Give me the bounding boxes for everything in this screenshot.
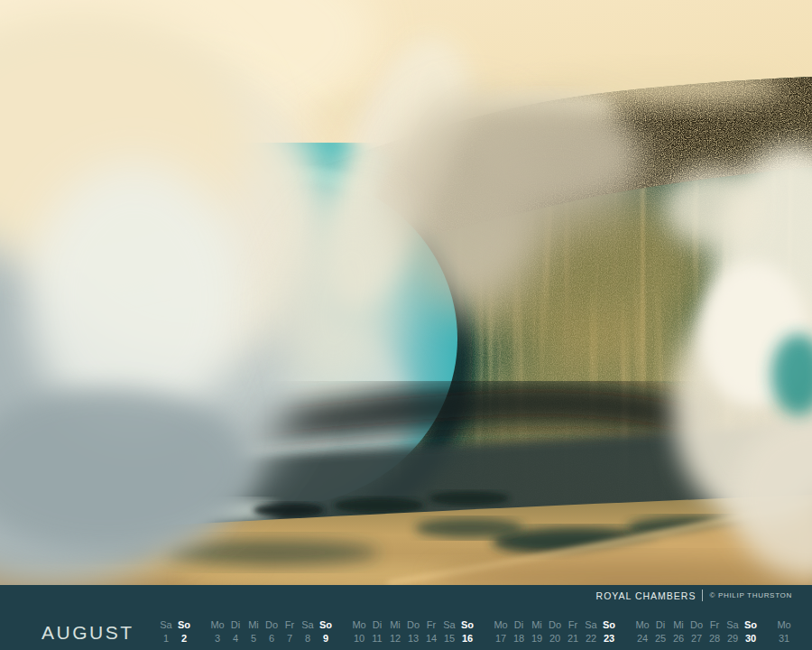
calendar-day: Mo17 (493, 620, 510, 644)
calendar-day: Do13 (405, 620, 422, 644)
weekday-label: So (461, 620, 474, 630)
calendar-day: Fr21 (565, 620, 582, 644)
calendar-day: Di25 (652, 620, 669, 644)
calendar-day: Mo10 (351, 620, 368, 644)
calendar-day: Mo31 (776, 620, 793, 644)
calendar-day: Do27 (688, 620, 706, 644)
calendar-page: ROYAL CHAMBERS © PHILIP THURSTON AUGUST … (0, 0, 812, 650)
calendar-day: Fr28 (706, 620, 724, 644)
date-number: 14 (426, 634, 437, 644)
date-number: 21 (567, 634, 578, 644)
date-number: 7 (287, 634, 292, 644)
weekday-label: Mo (210, 620, 224, 630)
calendar-day: Sa1 (158, 620, 175, 644)
weekday-label: Fr (427, 620, 436, 630)
calendar-day: Mi19 (529, 620, 546, 644)
weekday-label: Do (690, 620, 703, 630)
date-number: 16 (462, 634, 473, 644)
weekday-label: Mi (531, 620, 542, 630)
footer-bar: ROYAL CHAMBERS © PHILIP THURSTON AUGUST … (0, 585, 812, 650)
weekday-label: So (178, 620, 190, 630)
weekday-label: Mi (673, 620, 684, 630)
date-number: 18 (513, 634, 524, 644)
date-number: 26 (673, 634, 684, 644)
weekday-label: Sa (585, 620, 596, 630)
calendar-day: Mi12 (387, 620, 404, 644)
date-number: 12 (390, 634, 401, 644)
weekday-label: So (319, 620, 332, 630)
calendar-day: Sa8 (300, 620, 317, 644)
date-number: 10 (354, 634, 364, 644)
weekday-label: Mi (390, 620, 401, 630)
calendar-day: Sa15 (441, 620, 458, 644)
date-number: 30 (745, 634, 756, 644)
weekday-label: Mo (352, 620, 365, 630)
photo-title: ROYAL CHAMBERS (596, 590, 697, 601)
date-number: 2 (181, 634, 187, 644)
calendar-day: Di4 (227, 620, 245, 644)
calendar-day: Fr7 (281, 620, 299, 644)
calendar-day: Do20 (547, 620, 564, 644)
calendar-day: Mi5 (245, 620, 263, 644)
month-title: AUGUST (42, 623, 134, 642)
date-number: 6 (269, 634, 274, 644)
wave-photo-illustration (0, 0, 812, 585)
weekday-label: Fr (285, 620, 294, 630)
photo-credit: ROYAL CHAMBERS © PHILIP THURSTON (596, 590, 792, 601)
date-number: 29 (727, 634, 738, 644)
calendar-day: So16 (459, 620, 476, 644)
calendar-week: Mo24Di25Mi26Do27Fr28Sa29So30 (634, 620, 760, 644)
calendar-week: Sa1So2 (158, 620, 193, 644)
calendar-day: Di11 (369, 620, 386, 644)
weekday-label: Do (407, 620, 420, 630)
calendar-day: Di18 (511, 620, 528, 644)
weekday-label: So (603, 620, 615, 630)
date-number: 28 (709, 634, 720, 644)
weekday-label: Mi (248, 620, 259, 630)
date-number: 19 (531, 634, 542, 644)
weekday-label: Fr (568, 620, 577, 630)
weekday-label: Mo (777, 620, 790, 630)
weekday-label: Di (656, 620, 665, 630)
calendar-day: Sa29 (724, 620, 742, 644)
weekday-label: Mo (635, 620, 649, 630)
weekday-label: So (744, 620, 757, 630)
date-number: 15 (444, 634, 455, 644)
date-number: 8 (305, 634, 310, 644)
date-number: 24 (637, 634, 648, 644)
weekday-label: Sa (726, 620, 738, 630)
date-number: 20 (549, 634, 560, 644)
calendar-week: Mo17Di18Mi19Do20Fr21Sa22So23 (493, 620, 618, 644)
calendar-day: Mo3 (209, 620, 226, 644)
date-number: 25 (655, 634, 666, 644)
date-number: 3 (215, 634, 220, 644)
date-number: 17 (495, 634, 506, 644)
calendar-strip: AUGUST Sa1So2Mo3Di4Mi5Do6Fr7Sa8So9Mo10Di… (42, 620, 793, 644)
weekday-label: Mo (494, 620, 507, 630)
calendar-day: Mo24 (634, 620, 651, 644)
calendar-weeks: Sa1So2Mo3Di4Mi5Do6Fr7Sa8So9Mo10Di11Mi12D… (158, 620, 793, 644)
calendar-day: So9 (318, 620, 335, 644)
weekday-label: Do (265, 620, 278, 630)
calendar-week: Mo10Di11Mi12Do13Fr14Sa15So16 (351, 620, 476, 644)
calendar-day: Mi26 (670, 620, 687, 644)
calendar-day: Do6 (263, 620, 281, 644)
date-number: 22 (586, 634, 596, 644)
calendar-day: So2 (176, 620, 193, 644)
date-number: 13 (408, 634, 419, 644)
date-number: 5 (251, 634, 256, 644)
calendar-day: So23 (601, 620, 618, 644)
photographer-credit: © PHILIP THURSTON (709, 591, 792, 599)
weekday-label: Sa (301, 620, 313, 630)
date-number: 27 (691, 634, 702, 644)
date-number: 31 (779, 634, 789, 644)
calendar-day: Sa22 (583, 620, 600, 644)
weekday-label: Sa (443, 620, 455, 630)
calendar-week: Mo31 (776, 620, 793, 644)
weekday-label: Di (231, 620, 240, 630)
date-number: 4 (233, 634, 238, 644)
date-number: 11 (372, 634, 382, 644)
weekday-label: Di (373, 620, 382, 630)
date-number: 9 (323, 634, 328, 644)
weekday-label: Do (549, 620, 561, 630)
